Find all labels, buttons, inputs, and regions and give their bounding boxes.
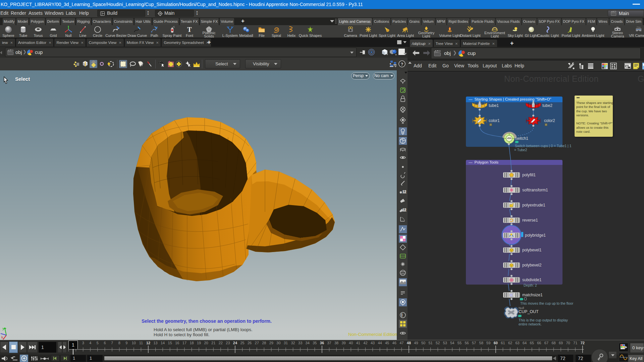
- svg-text:68: 68: [551, 341, 555, 345]
- svg-text:12: 12: [402, 208, 407, 212]
- svg-text:54: 54: [450, 341, 454, 345]
- svg-text:12: 12: [146, 341, 150, 345]
- svg-text:43: 43: [371, 341, 375, 345]
- svg-text:45: 45: [385, 341, 389, 345]
- svg-text:25: 25: [240, 341, 244, 345]
- svg-text:18: 18: [190, 341, 194, 345]
- svg-text:37: 37: [327, 341, 331, 345]
- svg-text:12: 12: [402, 190, 407, 194]
- svg-text:28: 28: [262, 341, 266, 345]
- svg-text:46: 46: [392, 341, 396, 345]
- svg-text:?: ?: [401, 62, 404, 67]
- svg-text:14: 14: [161, 341, 165, 345]
- svg-text:39: 39: [341, 341, 345, 345]
- svg-text:23: 23: [226, 341, 230, 345]
- svg-text:4: 4: [89, 341, 91, 345]
- svg-text:22: 22: [219, 341, 223, 345]
- svg-text:5: 5: [97, 341, 99, 345]
- svg-text:55: 55: [458, 341, 462, 345]
- svg-text:72: 72: [581, 341, 585, 345]
- svg-text:29: 29: [269, 341, 273, 345]
- svg-text:35: 35: [313, 341, 317, 345]
- svg-text:9: 9: [125, 341, 127, 345]
- svg-text:10: 10: [132, 341, 136, 345]
- svg-text:60: 60: [494, 341, 498, 345]
- svg-text:58: 58: [479, 341, 483, 345]
- svg-text:y: y: [2, 326, 4, 330]
- svg-text:63: 63: [515, 341, 519, 345]
- svg-text:44: 44: [378, 341, 382, 345]
- svg-text:50: 50: [421, 341, 425, 345]
- svg-text:3: 3: [82, 341, 84, 345]
- svg-text:13: 13: [153, 341, 157, 345]
- svg-text:41: 41: [356, 341, 360, 345]
- svg-text:62: 62: [508, 341, 512, 345]
- svg-text:48: 48: [407, 341, 411, 345]
- svg-text:56: 56: [465, 341, 469, 345]
- svg-text:64: 64: [523, 341, 527, 345]
- svg-text:15: 15: [168, 341, 172, 345]
- svg-text:26: 26: [248, 341, 252, 345]
- svg-text:65: 65: [530, 341, 534, 345]
- svg-text:16: 16: [175, 341, 179, 345]
- svg-text:k: k: [1, 335, 3, 339]
- svg-text:59: 59: [486, 341, 490, 345]
- svg-text:34: 34: [306, 341, 310, 345]
- svg-text:52: 52: [436, 341, 440, 345]
- svg-text:67: 67: [544, 341, 548, 345]
- svg-text:66: 66: [537, 341, 541, 345]
- svg-text:49: 49: [414, 341, 418, 345]
- svg-text:38: 38: [334, 341, 338, 345]
- svg-text:6: 6: [104, 341, 106, 345]
- svg-text:30: 30: [276, 341, 280, 345]
- svg-text:47: 47: [399, 341, 404, 345]
- svg-text:40: 40: [349, 341, 353, 345]
- svg-text:70: 70: [566, 341, 570, 345]
- svg-text:i: i: [401, 313, 402, 317]
- svg-text:20: 20: [204, 341, 208, 345]
- svg-text:33: 33: [298, 341, 302, 345]
- svg-text:17: 17: [182, 341, 186, 345]
- svg-text:24: 24: [233, 341, 237, 345]
- svg-text:19: 19: [197, 341, 201, 345]
- svg-text:36: 36: [320, 341, 324, 345]
- svg-text:32: 32: [291, 341, 295, 345]
- svg-text:51: 51: [428, 341, 432, 345]
- svg-text:27: 27: [255, 341, 259, 345]
- svg-text:21: 21: [211, 341, 215, 345]
- svg-text:61: 61: [501, 341, 505, 345]
- svg-text:31: 31: [284, 341, 288, 345]
- svg-text:57: 57: [472, 341, 476, 345]
- svg-text:53: 53: [443, 341, 447, 345]
- svg-text:7: 7: [111, 341, 113, 345]
- svg-text:8: 8: [118, 341, 120, 345]
- svg-text:42: 42: [363, 341, 367, 345]
- svg-text:71: 71: [573, 341, 577, 345]
- svg-text:69: 69: [559, 341, 563, 345]
- svg-text:11: 11: [139, 341, 143, 345]
